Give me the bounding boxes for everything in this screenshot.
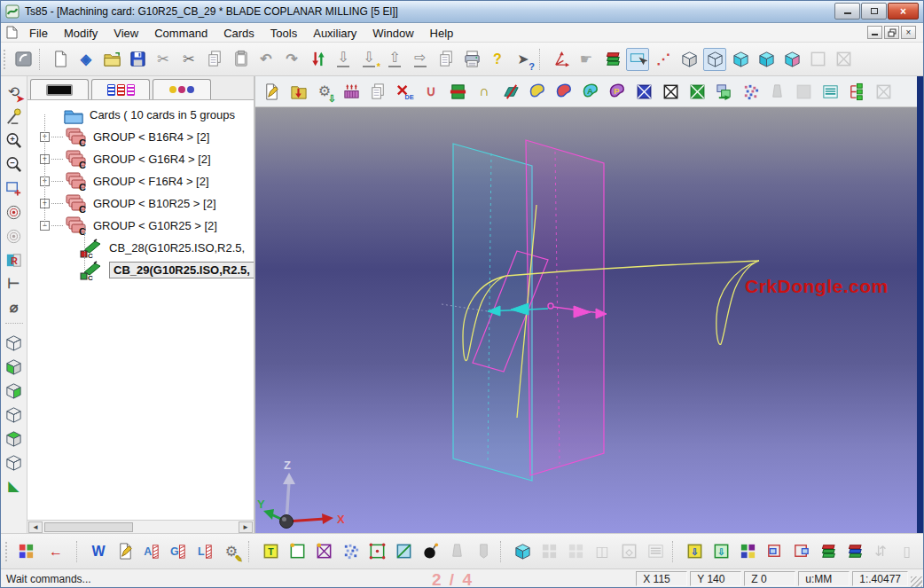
- grab-view-icon[interactable]: ☛: [575, 48, 598, 71]
- zoom-in-icon[interactable]: +: [4, 129, 25, 151]
- resize-grip[interactable]: [911, 576, 922, 588]
- copy-icon[interactable]: [203, 48, 226, 71]
- store-card-icon[interactable]: [286, 80, 309, 103]
- menu-auxiliary[interactable]: Auxiliary: [305, 26, 364, 41]
- send-to-icon[interactable]: ⇨: [409, 48, 432, 71]
- rendered-cube-icon[interactable]: [780, 48, 803, 71]
- holder-icon[interactable]: [446, 80, 469, 103]
- pocket-area-icon[interactable]: [526, 80, 549, 103]
- scroll-right-button[interactable]: ►: [239, 521, 253, 533]
- view-front-icon[interactable]: [4, 356, 25, 377]
- table-icon[interactable]: [818, 80, 842, 103]
- view-top-icon[interactable]: [4, 427, 25, 449]
- minimize-button[interactable]: [834, 3, 860, 20]
- word-report-icon[interactable]: W: [87, 540, 110, 563]
- zoom-window-icon[interactable]: [4, 177, 25, 199]
- tree-group-row[interactable]: +CGROUP < F16R4 > [2]: [27, 170, 254, 192]
- app-logo-button[interactable]: [12, 48, 35, 71]
- redo-icon[interactable]: ↷: [280, 48, 303, 71]
- points-cloud-icon[interactable]: [739, 80, 762, 103]
- wireframe-cube-icon[interactable]: [703, 48, 726, 71]
- pick-frame-icon[interactable]: [763, 540, 786, 563]
- octree-cube-icon[interactable]: [677, 48, 701, 71]
- clone-window-icon[interactable]: [435, 48, 458, 71]
- swap-order-icon[interactable]: [306, 48, 329, 71]
- docked-panel-strip[interactable]: [917, 76, 923, 533]
- menu-window[interactable]: Window: [364, 26, 421, 41]
- tab-viewer[interactable]: [30, 79, 89, 99]
- print-icon[interactable]: [460, 48, 483, 71]
- mdi-minimize-button[interactable]: [867, 26, 882, 39]
- redraw-icon[interactable]: R: [4, 249, 25, 270]
- center-view-icon[interactable]: [4, 201, 25, 223]
- card-wizard-icon[interactable]: ◈: [74, 48, 98, 71]
- link-tree-icon[interactable]: [845, 80, 868, 103]
- orbit-view-icon[interactable]: ⟲➤: [4, 82, 25, 103]
- frame-new-icon[interactable]: [286, 540, 309, 563]
- postprocess-icon[interactable]: ⚙⇩: [313, 80, 336, 103]
- import-icon[interactable]: ⇩: [332, 48, 355, 71]
- scroll-thumb[interactable]: [44, 522, 133, 532]
- new-card-icon[interactable]: [49, 48, 72, 71]
- card-manager-icon[interactable]: [14, 540, 37, 563]
- layer-stack-icon[interactable]: [816, 540, 839, 563]
- zoom-out-icon[interactable]: −: [4, 153, 25, 175]
- open-icon[interactable]: [100, 48, 123, 71]
- attr-a-icon[interactable]: A: [140, 540, 163, 563]
- limit-box-green-icon[interactable]: [685, 80, 709, 103]
- scroll-left-button[interactable]: ◄: [28, 521, 43, 533]
- text-frame-icon[interactable]: T: [259, 540, 282, 563]
- tab-options[interactable]: [153, 79, 211, 99]
- diagonal-frame-icon[interactable]: [392, 540, 415, 563]
- tree-group-row[interactable]: +CGROUP < B10R25 > [2]: [27, 192, 254, 215]
- palette-grid-icon[interactable]: [736, 540, 759, 563]
- tree-root[interactable]: Cards ( 10 cards in 5 groups: [27, 104, 254, 126]
- ucs-axis-icon[interactable]: [549, 48, 572, 71]
- mdi-close-button[interactable]: ×: [901, 26, 916, 39]
- copy-card-icon[interactable]: [366, 80, 389, 103]
- menu-file[interactable]: File: [21, 26, 56, 41]
- gauge-icon[interactable]: ⌀: [4, 297, 25, 318]
- area-p-icon[interactable]: P: [606, 80, 629, 103]
- area-a-icon[interactable]: A: [579, 80, 602, 103]
- limit-box-blue-icon[interactable]: [632, 80, 655, 103]
- shaded-cube-icon[interactable]: [729, 48, 752, 71]
- multi-cut-icon[interactable]: ✂: [177, 48, 200, 71]
- limit-box-black-icon[interactable]: [659, 80, 682, 103]
- undo-icon[interactable]: ↶: [254, 48, 278, 71]
- tab-cards[interactable]: [91, 79, 150, 99]
- toolbar-grip[interactable]: [4, 50, 7, 69]
- export-template-icon[interactable]: ⇩: [709, 540, 732, 563]
- edit-list-icon[interactable]: [114, 540, 137, 563]
- profile-icon[interactable]: ∩: [473, 80, 496, 103]
- attr-g-icon[interactable]: G: [167, 540, 190, 563]
- view-right-icon[interactable]: [4, 380, 25, 401]
- back-icon[interactable]: ←: [41, 539, 71, 564]
- solid-cube-icon[interactable]: [755, 48, 778, 71]
- menu-tools[interactable]: Tools: [262, 26, 305, 41]
- edit-card-icon[interactable]: [260, 80, 283, 103]
- gear-edit-icon[interactable]: ⚙✎: [220, 540, 243, 563]
- tree-group-row[interactable]: −CGROUP < G10R25 > [2]: [27, 215, 254, 237]
- contour-icon[interactable]: [552, 80, 576, 103]
- context-help-icon[interactable]: ➤?: [512, 48, 535, 71]
- pick-frame2-icon[interactable]: [789, 540, 812, 563]
- layer-multi-icon[interactable]: [842, 540, 865, 563]
- shade-view-icon[interactable]: [511, 540, 534, 563]
- bomb-icon[interactable]: [419, 540, 442, 563]
- attr-l-icon[interactable]: L: [193, 540, 216, 563]
- maximize-button[interactable]: [861, 3, 887, 20]
- mdi-restore-button[interactable]: [884, 26, 899, 39]
- polyline-icon[interactable]: ⋰: [652, 48, 675, 71]
- surface-icon[interactable]: [499, 80, 522, 103]
- tool-shape-icon[interactable]: ∪: [419, 80, 442, 103]
- cut-icon[interactable]: ✂: [152, 48, 175, 71]
- frame-del-icon[interactable]: [312, 540, 335, 563]
- machine-sim-icon[interactable]: [340, 80, 363, 103]
- menu-command[interactable]: Command: [146, 26, 215, 41]
- help-icon[interactable]: ?: [486, 48, 509, 71]
- view-iso-icon[interactable]: [4, 332, 25, 353]
- copy-limits-icon[interactable]: [712, 80, 735, 103]
- menu-help[interactable]: Help: [422, 26, 462, 41]
- tree-group-row[interactable]: +CGROUP < G16R4 > [2]: [27, 148, 254, 170]
